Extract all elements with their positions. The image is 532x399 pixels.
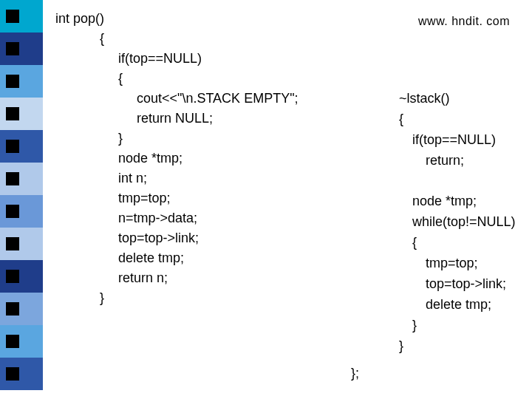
code-line: int pop() [55, 9, 299, 29]
code-line: n=tmp->data; [55, 208, 299, 228]
code-line: while(top!=NULL) [399, 212, 516, 233]
sidebar-tile [0, 195, 43, 228]
code-line: return; [399, 151, 516, 171]
bullet-square-icon [6, 270, 19, 283]
code-block-left: int pop() { if(top==NULL) { cout<<"\n.ST… [55, 9, 299, 308]
bullet-square-icon [6, 10, 19, 23]
code-line [399, 171, 516, 192]
sidebar-tile [0, 65, 43, 98]
bullet-square-icon [6, 75, 19, 88]
bullet-square-icon [6, 107, 19, 120]
code-line: tmp=top; [55, 188, 299, 208]
bullet-square-icon [6, 367, 19, 381]
code-line: delete tmp; [399, 295, 516, 316]
sidebar-tile [0, 33, 43, 65]
sidebar-tile [0, 0, 43, 33]
code-line: cout<<"\n.STACK EMPTY"; [55, 89, 299, 109]
sidebar-decorative [0, 0, 43, 399]
code-line: node *tmp; [399, 191, 516, 212]
code-line: } [55, 129, 299, 149]
sidebar-tile [0, 260, 43, 293]
sidebar-tile [0, 325, 43, 358]
code-line: { [55, 29, 299, 49]
code-line: { [399, 233, 516, 253]
code-line: if(top==NULL) [55, 49, 299, 69]
sidebar-tile [0, 228, 43, 260]
bullet-square-icon [6, 42, 19, 55]
code-line: tmp=top; [399, 253, 516, 274]
code-line: return NULL; [55, 109, 299, 129]
code-line: delete tmp; [55, 248, 299, 268]
bullet-square-icon [6, 205, 19, 218]
code-line: top=top->link; [399, 274, 516, 295]
code-line: ~lstack() [399, 89, 516, 109]
code-line: top=top->link; [55, 228, 299, 248]
code-block-right: ~lstack() { if(top==NULL) return; node *… [399, 89, 516, 357]
code-line: } [399, 316, 516, 336]
code-line: { [55, 69, 299, 89]
sidebar-tile [0, 98, 43, 130]
source-url: www. hndit. com [418, 15, 510, 28]
bullet-square-icon [6, 140, 19, 153]
code-line: { [399, 109, 516, 130]
code-line: node *tmp; [55, 149, 299, 168]
code-line: if(top==NULL) [399, 130, 516, 151]
sidebar-tile [0, 358, 43, 390]
sidebar-tile [0, 130, 43, 163]
bullet-square-icon [6, 237, 19, 250]
bullet-square-icon [6, 335, 19, 348]
code-line: } [399, 336, 516, 357]
code-line: int n; [55, 168, 299, 188]
bullet-square-icon [6, 302, 19, 316]
code-line: return n; [55, 268, 299, 288]
code-line: } [55, 288, 299, 308]
class-closing: }; [351, 366, 359, 381]
bullet-square-icon [6, 172, 19, 185]
sidebar-tile [0, 293, 43, 325]
sidebar-tile [0, 163, 43, 195]
